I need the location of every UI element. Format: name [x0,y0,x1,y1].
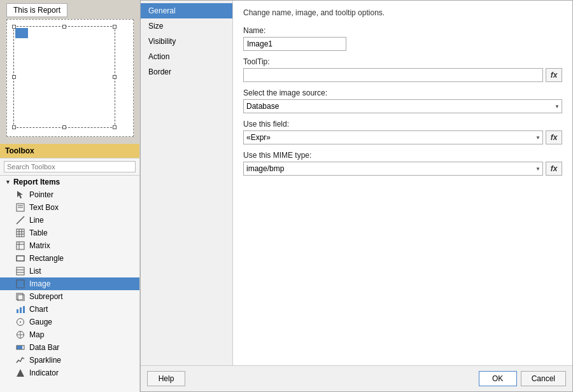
fx-icon-3: fx [551,164,558,173]
section-label: Report Items [13,178,60,186]
name-input[interactable] [243,37,346,51]
use-field-fx-button[interactable]: fx [546,130,562,144]
toolbox-header: Toolbox [0,144,139,158]
use-field-select-wrapper: «Expr» [243,130,543,144]
handle-br[interactable] [113,125,117,129]
left-side: This is Report Toolbox [0,0,140,392]
ok-button[interactable]: OK [479,371,517,386]
toolbox-title: Toolbox [5,146,34,155]
svg-rect-10 [17,242,24,249]
fx-icon: fx [551,71,558,80]
mime-type-select[interactable]: image/bmp image/jpeg image/png image/gif [243,162,543,176]
toolbox-item-label-gauge: Gauge [29,318,52,326]
image-source-select-wrapper: Database Embedded External [243,99,562,113]
report-tab[interactable]: This is Report [6,3,67,17]
main-layout: This is Report Toolbox [0,0,573,392]
mime-type-select-wrapper: image/bmp image/jpeg image/png image/gif [243,162,543,176]
toolbox-item-indicator[interactable]: Indicator [0,367,139,379]
toolbox-item-chart[interactable]: Chart [0,303,139,316]
toolbox-item-image[interactable]: Image [0,277,139,290]
image-source-select[interactable]: Database Embedded External [243,99,562,113]
nav-item-action[interactable]: Action [141,49,232,64]
toolbox-item-line[interactable]: Line [0,214,139,227]
toolbox-item-matrix[interactable]: Matrix [0,239,139,252]
gauge-icon [15,317,25,327]
toolbox-item-label-image: Image [29,279,50,288]
svg-line-4 [17,216,24,224]
toolbox-item-subreport[interactable]: Subreport [0,290,139,303]
toolbox-item-pointer[interactable]: Pointer [0,188,139,201]
toolbox-search [0,158,139,176]
help-button[interactable]: Help [147,371,185,386]
svg-rect-22 [20,307,22,313]
matrix-icon [15,241,25,251]
ok-cancel-group: OK Cancel [479,371,566,386]
toolbox-item-label-subreport: Subreport [29,292,63,301]
nav-item-size[interactable]: Size [141,18,232,34]
fx-icon-2: fx [551,133,558,142]
toolbox-list: ▼ Report Items PointerText BoxLineTableM… [0,176,139,392]
toolbox-item-label-textbox: Text Box [29,203,59,212]
nav-item-visibility[interactable]: Visibility [141,34,232,49]
handle-ml[interactable] [12,75,16,79]
handle-tl[interactable] [12,25,16,29]
sparkline-icon [15,355,25,365]
canvas-image-element[interactable] [13,26,115,128]
svg-rect-5 [17,229,24,237]
tooltip-group: ToolTip: fx [243,57,562,82]
tooltip-label: ToolTip: [243,57,562,66]
toolbox-item-label-line: Line [29,216,44,225]
toolbox-item-rectangle[interactable]: Rectangle [0,252,139,265]
toolbox-item-databar[interactable]: Data Bar [0,341,139,354]
svg-rect-14 [17,267,24,275]
toolbox-item-label-map: Map [29,330,44,339]
handle-mr[interactable] [113,75,117,79]
pointer-icon [15,190,25,200]
cancel-button[interactable]: Cancel [521,371,566,386]
nav-item-border[interactable]: Border [141,64,232,80]
search-input[interactable] [4,161,136,172]
toolbox-item-label-sparkline: Sparkline [29,356,61,365]
tooltip-input[interactable] [243,68,543,82]
section-collapse-icon: ▼ [5,179,11,185]
toolbox-item-label-indicator: Indicator [29,368,59,377]
handle-bm[interactable] [62,125,66,129]
toolbox-item-textbox[interactable]: Text Box [0,201,139,214]
line-icon [15,215,25,225]
right-side: GeneralSizeVisibilityActionBorder Change… [140,0,573,392]
svg-rect-23 [23,306,25,313]
mime-type-fx-button[interactable]: fx [546,162,562,176]
dialog-container: GeneralSizeVisibilityActionBorder Change… [141,1,572,365]
use-field-input-row: «Expr» fx [243,130,562,144]
handle-tm[interactable] [62,25,66,29]
tooltip-fx-button[interactable]: fx [546,68,562,82]
use-field-select[interactable]: «Expr» [243,130,543,144]
name-group: Name: [243,26,562,51]
handle-tr[interactable] [113,25,117,29]
svg-rect-29 [17,346,22,349]
toolbox-item-label-table: Table [29,228,48,237]
toolbox-item-sparkline[interactable]: Sparkline [0,354,139,367]
svg-rect-21 [17,309,18,313]
toolbox-item-table[interactable]: Table [0,227,139,239]
dialog-description: Change name, image, and tooltip options. [243,8,562,17]
use-field-group: Use this field: «Expr» fx [243,120,562,144]
image-source-label: Select the image source: [243,88,562,97]
map-icon [15,330,25,340]
toolbox-item-label-chart: Chart [29,305,48,314]
toolbox-item-map[interactable]: Map [0,328,139,341]
nav-item-general[interactable]: General [141,3,232,18]
toolbox-item-label-list: List [29,267,41,276]
databar-icon [15,342,25,353]
chart-icon [15,304,25,314]
handle-bl[interactable] [12,125,16,129]
canvas-region: This is Report [0,0,139,144]
use-field-label: Use this field: [243,120,562,129]
list-icon [15,266,25,276]
mime-type-label: Use this MIME type: [243,151,562,160]
toolbox-item-gauge[interactable]: Gauge [0,316,139,328]
textbox-icon [15,202,25,213]
dialog-wrapper: GeneralSizeVisibilityActionBorder Change… [140,0,573,392]
toolbox-item-list[interactable]: List [0,265,139,277]
image-icon [15,279,25,289]
